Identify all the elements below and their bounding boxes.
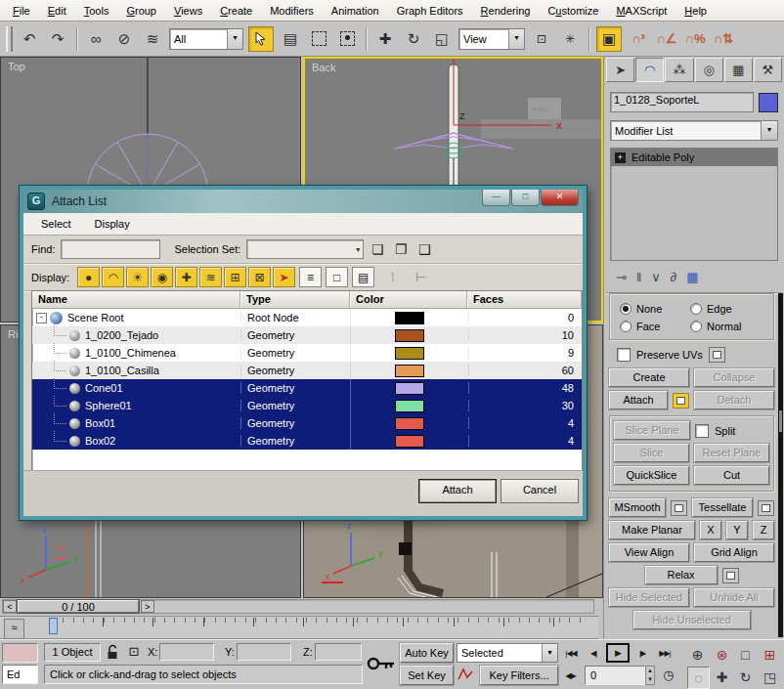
- zoom-region-button[interactable]: ◌: [687, 667, 710, 689]
- mini-listener-macro-pane[interactable]: [2, 643, 38, 663]
- dialog-menu-item[interactable]: Select: [29, 215, 83, 233]
- Cone01[interactable]: Cone01 Geometry 48: [32, 379, 582, 397]
- show-end-result-button[interactable]: ‖: [636, 270, 641, 284]
- 1_0200_Tejado[interactable]: 1_0200_Tejado Geometry 10: [32, 326, 582, 344]
- display-groups-button[interactable]: ⊞: [224, 267, 246, 287]
- display-xrefs-button[interactable]: ⊠: [248, 267, 271, 287]
- tessellate-settings-icon[interactable]: [758, 500, 774, 516]
- current-frame-field[interactable]: 0: [585, 666, 645, 685]
- dropdown-arrow-icon[interactable]: ▾: [508, 29, 524, 49]
- display-helpers-button[interactable]: ✚: [175, 267, 197, 287]
- redo-icon[interactable]: ↷: [46, 27, 69, 51]
- display-invert-button[interactable]: ▤: [352, 267, 374, 287]
- previous-frame-arrow[interactable]: <: [3, 600, 17, 613]
- attach-settings-icon[interactable]: [673, 393, 689, 409]
- planar-x-button[interactable]: X: [700, 521, 721, 539]
- constraint-edge-radio[interactable]: [690, 303, 702, 315]
- collapse-button[interactable]: Collapse: [694, 368, 774, 387]
- toolbar-drag-handle[interactable]: [6, 26, 13, 52]
- create-button[interactable]: Create: [609, 368, 689, 387]
- 1_0100_Chimenea[interactable]: 1_0100_Chimenea Geometry 9: [32, 344, 582, 362]
- menu-item[interactable]: Tools: [75, 2, 118, 20]
- tab-motion[interactable]: ◎: [695, 58, 723, 82]
- zoom-button[interactable]: ⊕: [687, 644, 708, 665]
- dropdown-arrow-icon[interactable]: ▾: [761, 121, 777, 140]
- menu-item[interactable]: Graph Editors: [388, 2, 472, 20]
- dropdown-arrow-icon[interactable]: ▾: [227, 29, 242, 49]
- window-crossing-icon[interactable]: [335, 27, 359, 51]
- quickslice-button[interactable]: QuickSlice: [614, 466, 689, 485]
- object-name-field[interactable]: 1_0128_SoporteL: [610, 92, 754, 112]
- selection-filter-dropdown[interactable]: All ▾: [169, 28, 243, 50]
- 1_0100_Casilla[interactable]: 1_0100_Casilla Geometry 60: [32, 362, 582, 379]
- bind-to-space-warp-icon[interactable]: ≋: [141, 27, 164, 51]
- display-shapes-button[interactable]: ◠: [102, 267, 124, 287]
- constraint-none-radio[interactable]: [620, 303, 632, 315]
- msmooth-settings-icon[interactable]: [671, 500, 687, 516]
- make-planar-button[interactable]: Make Planar: [609, 521, 695, 539]
- rectangular-selection-region-icon[interactable]: [307, 27, 330, 51]
- display-spacewarps-button[interactable]: ≋: [199, 267, 222, 287]
- z-coordinate-field[interactable]: [315, 643, 362, 661]
- tab-create[interactable]: ➤: [606, 58, 634, 82]
- selection-lock-icon[interactable]: [106, 644, 121, 661]
- key-set-dropdown[interactable]: Selected ▾: [457, 643, 558, 663]
- select-and-manipulate-icon[interactable]: ✳: [558, 27, 582, 51]
- maximize-button[interactable]: □: [511, 190, 540, 206]
- stack-item[interactable]: + Editable Poly: [611, 149, 777, 166]
- default-in-out-tangent-icon[interactable]: [457, 666, 476, 685]
- auto-key-button[interactable]: Auto Key: [400, 643, 454, 663]
- select-subtree-button[interactable]: ⊢: [411, 268, 431, 286]
- absolute-mode-toggle-icon[interactable]: ⊡: [125, 643, 143, 661]
- grid-align-button[interactable]: Grid Align: [694, 543, 774, 562]
- select-object-icon[interactable]: [248, 26, 274, 52]
- remove-modifier-button[interactable]: ∂: [671, 270, 676, 284]
- tab-hierarchy[interactable]: ⁂: [665, 58, 693, 82]
- constraint-face-radio[interactable]: [620, 321, 632, 332]
- dialog-title-bar[interactable]: G Attach List — □ ✕: [23, 190, 583, 213]
- cancel-button[interactable]: Cancel: [501, 479, 579, 503]
- planar-y-button[interactable]: Y: [726, 521, 748, 539]
- time-configuration-icon[interactable]: ◷: [660, 666, 677, 685]
- current-frame-marker[interactable]: [49, 618, 58, 634]
- configure-modifier-sets-button[interactable]: ▦: [686, 270, 698, 284]
- menu-item[interactable]: Help: [675, 2, 716, 20]
- select-and-move-icon[interactable]: ✚: [373, 27, 397, 51]
- select-and-rotate-icon[interactable]: ↻: [402, 27, 425, 51]
- tab-modify[interactable]: ◠: [635, 58, 664, 82]
- attach-button[interactable]: Attach: [609, 391, 668, 409]
- create-selection-set-button[interactable]: ❏: [368, 240, 387, 259]
- select-and-scale-icon[interactable]: ◱: [430, 27, 454, 51]
- slice-button[interactable]: Slice: [614, 444, 689, 462]
- x-coordinate-field[interactable]: [159, 643, 214, 661]
- set-keys-icon[interactable]: [366, 642, 397, 685]
- mini-curve-editor-button[interactable]: ≈: [4, 619, 24, 639]
- attach-button[interactable]: Attach: [418, 479, 497, 503]
- dialog-menu-item[interactable]: Display: [83, 215, 142, 233]
- unlink-selection-icon[interactable]: ⊘: [112, 27, 136, 51]
- undo-icon[interactable]: ↶: [18, 27, 41, 51]
- display-geometry-button[interactable]: ●: [77, 267, 100, 287]
- relax-button[interactable]: Relax: [645, 566, 718, 584]
- relax-settings-icon[interactable]: [722, 568, 739, 583]
- use-pivot-point-icon[interactable]: ⊡: [530, 27, 553, 51]
- column-header-faces[interactable]: Faces: [467, 291, 582, 308]
- detach-button[interactable]: Detach: [694, 391, 774, 409]
- percent-snap-icon[interactable]: ∩%: [683, 27, 707, 51]
- snap-3d-icon[interactable]: ∩³: [627, 27, 650, 51]
- time-slider-handle[interactable]: 0 / 100: [18, 600, 139, 613]
- key-filters-button[interactable]: Key Filters...: [480, 666, 558, 685]
- go-to-start-button[interactable]: |◀◀: [561, 644, 581, 662]
- menu-item[interactable]: Customize: [539, 2, 607, 20]
- pan-button[interactable]: ✚: [712, 667, 732, 687]
- hide-unselected-button[interactable]: Hide Unselected: [633, 611, 751, 629]
- dropdown-arrow-icon[interactable]: ▾: [542, 644, 557, 662]
- make-unique-button[interactable]: ∨: [651, 270, 661, 284]
- mini-listener-script-pane[interactable]: Ed: [2, 665, 38, 684]
- object-color-swatch[interactable]: [759, 93, 778, 112]
- hide-selected-button[interactable]: Hide Selected: [609, 588, 689, 607]
- next-frame-button[interactable]: |▶: [632, 644, 652, 662]
- frame-spinner[interactable]: ▲ ▼: [645, 666, 655, 685]
- orbit-button[interactable]: ↻: [735, 667, 756, 687]
- spinner-snap-icon[interactable]: ∩⇅: [712, 27, 735, 51]
